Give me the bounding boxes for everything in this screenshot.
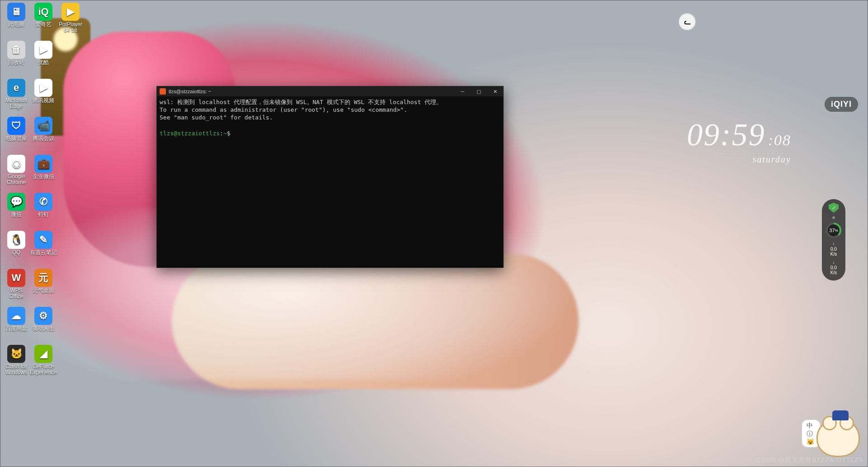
app-icon: 💬	[7, 193, 25, 211]
icon-label: 回收站	[8, 60, 24, 66]
clock-seconds: 08	[774, 132, 791, 148]
icon-label: Clash for Windows	[3, 364, 30, 376]
iqiyi-label: iQIYI	[831, 100, 852, 109]
icon-label: 微信	[11, 212, 22, 218]
icon-label: 此电脑	[8, 22, 24, 28]
mascot-body	[816, 418, 860, 457]
desktop-icon[interactable]: ⚙驱动人生	[30, 307, 57, 343]
net-download: ↓0.0K/s	[830, 260, 837, 275]
icon-label: 钉钉	[38, 212, 49, 218]
desktop-icon[interactable]: 🐱Clash for Windows	[3, 345, 30, 381]
desktop-icon-grid: 🖥此电脑iQ爱奇艺🗑回收站▶优酷eMicrosoft Edge▶腾讯视频🛡电脑管…	[3, 3, 57, 381]
icon-label: Google Chrome	[3, 174, 30, 186]
watermark: CSDN @双天至尊STZZAIOTTLZS	[756, 456, 863, 464]
desktop-icon[interactable]: 💬微信	[3, 193, 30, 229]
desktop-icon[interactable]: ☁百度网盘	[3, 307, 30, 343]
app-icon: ⚙	[34, 307, 52, 325]
desktop-icon[interactable]: 🗑回收站	[3, 41, 30, 77]
clock-widget: 09:59:08 ················· saturday	[687, 121, 791, 165]
terminal-line: wsl: 检测到 localhost 代理配置，但未镜像到 WSL。NAT 模式…	[160, 99, 442, 105]
app-icon: ✎	[34, 231, 52, 249]
icon-label: GeForce Experience	[30, 364, 57, 376]
app-icon: 元	[34, 269, 52, 287]
system-monitor-widget[interactable]: ✓ 37% ↑0.0K/s ↓0.0K/s	[822, 199, 845, 281]
desktop-icon[interactable]: ◉Google Chrome	[3, 155, 30, 191]
app-icon: 🖥	[7, 3, 25, 21]
app-icon: 📹	[34, 117, 52, 135]
minimize-button[interactable]: ─	[454, 86, 471, 96]
net-upload: ↑0.0K/s	[830, 242, 837, 257]
icon-label: PotPlayer 64 bit	[57, 22, 84, 33]
clock-minutes: 59	[732, 121, 765, 148]
clock-hours: 09	[687, 121, 720, 148]
desktop-icon[interactable]: ◢GeForce Experience	[30, 345, 57, 381]
terminal-titlebar[interactable]: tlzs@stzzaiottlzs: ~ ─ ▢ ✕	[157, 86, 503, 96]
desktop-icon[interactable]: 📹腾讯会议	[30, 117, 57, 153]
app-icon: ▶	[34, 41, 52, 59]
icon-label: 腾讯会议	[33, 136, 54, 142]
app-icon: 🐧	[7, 231, 25, 249]
desktop-icon[interactable]: ▶优酷	[30, 41, 57, 77]
cpu-ring: 37%	[826, 223, 841, 238]
terminal-line: To run a command as administrator (user …	[160, 106, 407, 113]
cat-head-widget[interactable]: ᓚ	[678, 13, 696, 31]
desktop-icon[interactable]: 🖥此电脑	[3, 3, 30, 39]
icon-label: 百度网盘	[5, 326, 27, 332]
app-icon: ▶	[61, 3, 80, 21]
icon-label: WPS Office	[3, 288, 30, 300]
shield-icon: ✓	[829, 203, 839, 213]
desktop-icon[interactable]: ✎有道云笔记	[30, 231, 57, 267]
icon-label: QQ	[12, 250, 21, 256]
prompt-user: tlzs@stzzaiottlzs	[160, 130, 220, 137]
app-icon: ◢	[34, 345, 52, 363]
app-icon: 🐱	[7, 345, 25, 363]
desktop-icon[interactable]: ▶腾讯视频	[30, 79, 57, 115]
icon-label: 爱奇艺	[35, 22, 52, 28]
ubuntu-icon	[160, 88, 166, 95]
icon-label: 驱动人生	[33, 326, 54, 332]
maximize-button[interactable]: ▢	[471, 86, 487, 96]
app-icon: iQ	[34, 3, 52, 21]
desktop-icon[interactable]: eMicrosoft Edge	[3, 79, 30, 115]
clock-dots: ·················	[687, 151, 791, 156]
desktop-icon[interactable]: 元元气桌面	[30, 269, 57, 305]
icon-label: 企业微信	[33, 174, 54, 180]
desktop-icon[interactable]: WWPS Office	[3, 269, 30, 305]
terminal-line: See "man sudo_root" for details.	[160, 114, 273, 121]
iqiyi-floater[interactable]: iQIYI	[825, 97, 858, 112]
dot-icon	[832, 216, 835, 219]
desktop-icon[interactable]: 🐧QQ	[3, 231, 30, 267]
icon-label: 腾讯视频	[33, 98, 54, 104]
desktop-icon[interactable]: ✆钉钉	[30, 193, 57, 229]
app-icon: 🛡	[7, 117, 25, 135]
prompt-path: ~	[223, 130, 227, 137]
terminal-body[interactable]: wsl: 检测到 localhost 代理配置，但未镜像到 WSL。NAT 模式…	[158, 97, 502, 267]
app-icon: ◉	[7, 155, 25, 173]
icon-label: 电脑管家	[5, 136, 27, 142]
app-icon: ✆	[34, 193, 52, 211]
desktop-icon-potplayer[interactable]: ▶ PotPlayer 64 bit	[57, 3, 84, 33]
hat-icon	[832, 410, 849, 420]
icon-label: 有道云笔记	[30, 250, 57, 256]
terminal-window[interactable]: tlzs@stzzaiottlzs: ~ ─ ▢ ✕ wsl: 检测到 loca…	[156, 86, 504, 268]
app-icon: e	[7, 79, 25, 97]
terminal-cursor	[234, 129, 237, 135]
app-icon: 💼	[34, 155, 52, 173]
terminal-title: tlzs@stzzaiottlzs: ~	[169, 89, 211, 94]
app-icon: 🗑	[7, 41, 25, 59]
desktop-icon[interactable]: 🛡电脑管家	[3, 117, 30, 153]
close-button[interactable]: ✕	[487, 86, 503, 96]
icon-label: Microsoft Edge	[3, 98, 30, 110]
desktop-icon[interactable]: iQ爱奇艺	[30, 3, 57, 39]
app-icon: W	[7, 269, 25, 287]
desktop-icon[interactable]: 💼企业微信	[30, 155, 57, 191]
desktop-mascot[interactable]: 中 ⓘ 😺	[801, 407, 860, 457]
icon-label: 元气桌面	[33, 288, 54, 294]
app-icon: ▶	[34, 79, 52, 97]
app-icon: ☁	[7, 307, 25, 325]
icon-label: 优酷	[38, 60, 49, 66]
